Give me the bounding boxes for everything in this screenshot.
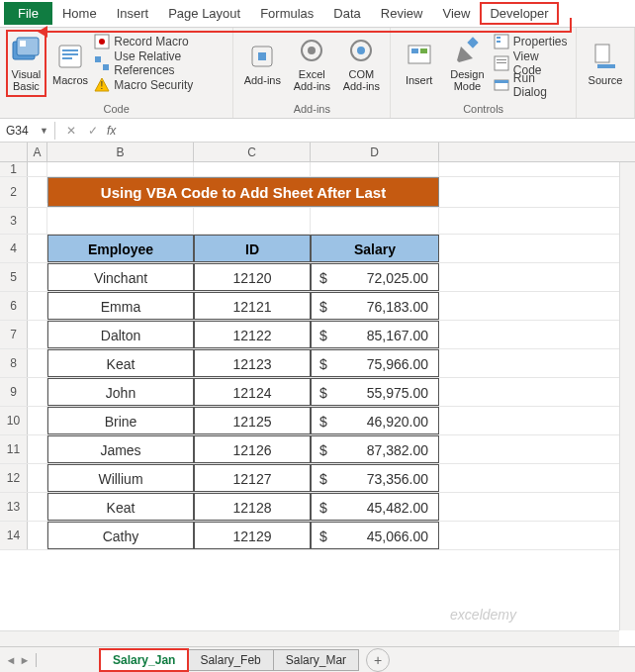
col-header-d[interactable]: D bbox=[311, 143, 439, 161]
cell-salary[interactable]: $46,920.00 bbox=[311, 407, 439, 434]
cell[interactable] bbox=[47, 208, 194, 234]
cell[interactable] bbox=[28, 407, 47, 432]
banner-cell[interactable]: Using VBA Code to Add Sheet After Last bbox=[47, 177, 439, 207]
cell-id[interactable]: 12124 bbox=[194, 378, 311, 406]
cell-salary[interactable]: $85,167.00 bbox=[311, 321, 439, 348]
cell[interactable] bbox=[28, 208, 47, 234]
tab-page-layout[interactable]: Page Layout bbox=[158, 2, 250, 25]
macro-security-button[interactable]: ! Macro Security bbox=[94, 75, 227, 95]
cell[interactable] bbox=[311, 208, 439, 234]
select-all-corner[interactable] bbox=[0, 143, 28, 161]
row-header[interactable]: 6 bbox=[0, 292, 28, 320]
cell[interactable] bbox=[28, 177, 47, 203]
cell-id[interactable]: 12127 bbox=[194, 464, 311, 492]
cell-id[interactable]: 12122 bbox=[194, 321, 311, 348]
cell-employee[interactable]: Emma bbox=[47, 292, 194, 320]
cell-employee[interactable]: Keat bbox=[47, 349, 194, 377]
tab-review[interactable]: Review bbox=[371, 2, 433, 25]
tab-formulas[interactable]: Formulas bbox=[250, 2, 323, 25]
cell-employee[interactable]: Cathy bbox=[47, 522, 194, 549]
cell[interactable] bbox=[28, 378, 47, 404]
cell[interactable] bbox=[28, 235, 47, 260]
sheet-tab-feb[interactable]: Salary_Feb bbox=[187, 649, 273, 671]
cell-salary[interactable]: $76,183.00 bbox=[311, 292, 439, 320]
fx-icon[interactable]: fx bbox=[107, 124, 116, 138]
row-header[interactable]: 11 bbox=[0, 435, 28, 463]
cell-employee[interactable]: Willium bbox=[47, 464, 194, 492]
cell-employee[interactable]: Dalton bbox=[47, 321, 194, 348]
com-addins-button[interactable]: COM Add-ins bbox=[338, 30, 384, 97]
cell[interactable] bbox=[28, 464, 47, 490]
tab-data[interactable]: Data bbox=[323, 2, 370, 25]
vertical-scrollbar[interactable] bbox=[619, 162, 635, 630]
cell-salary[interactable]: $45,482.00 bbox=[311, 493, 439, 521]
row-header[interactable]: 14 bbox=[0, 522, 28, 549]
excel-addins-button[interactable]: Excel Add-ins bbox=[289, 30, 334, 97]
cell-id[interactable]: 12129 bbox=[194, 522, 311, 549]
sheet-tab-mar[interactable]: Salary_Mar bbox=[273, 649, 359, 671]
cell[interactable] bbox=[28, 522, 47, 547]
cell-id[interactable]: 12128 bbox=[194, 493, 311, 521]
new-sheet-button[interactable]: + bbox=[366, 648, 390, 672]
tab-home[interactable]: Home bbox=[52, 2, 107, 25]
cell-salary[interactable]: $87,382.00 bbox=[311, 435, 439, 463]
cell-id[interactable]: 12125 bbox=[194, 407, 311, 434]
macros-button[interactable]: Macros bbox=[50, 30, 90, 97]
cell[interactable] bbox=[194, 162, 311, 176]
cell-employee[interactable]: Keat bbox=[47, 493, 194, 521]
cell-employee[interactable]: John bbox=[47, 378, 194, 406]
tab-file[interactable]: File bbox=[4, 2, 52, 25]
row-header[interactable]: 13 bbox=[0, 493, 28, 521]
sheet-tab-jan[interactable]: Salary_Jan bbox=[100, 649, 188, 671]
th-employee[interactable]: Employee bbox=[47, 235, 194, 262]
cell-salary[interactable]: $55,975.00 bbox=[311, 378, 439, 406]
row-header[interactable]: 1 bbox=[0, 162, 28, 176]
row-header[interactable]: 7 bbox=[0, 321, 28, 348]
cell[interactable] bbox=[28, 493, 47, 519]
cell[interactable] bbox=[47, 162, 194, 176]
cell[interactable] bbox=[28, 321, 47, 346]
visual-basic-button[interactable]: Visual Basic bbox=[6, 30, 46, 97]
cell-id[interactable]: 12123 bbox=[194, 349, 311, 377]
sheet-nav-next-icon[interactable]: ► bbox=[18, 654, 32, 666]
row-header[interactable]: 8 bbox=[0, 349, 28, 377]
tab-view[interactable]: View bbox=[432, 2, 480, 25]
run-dialog-button[interactable]: Run Dialog bbox=[494, 75, 570, 95]
cell[interactable] bbox=[194, 208, 311, 234]
tab-insert[interactable]: Insert bbox=[107, 2, 159, 25]
cell[interactable] bbox=[28, 349, 47, 375]
row-header[interactable]: 10 bbox=[0, 407, 28, 434]
row-header[interactable]: 2 bbox=[0, 177, 28, 207]
cell[interactable] bbox=[28, 435, 47, 461]
cell-salary[interactable]: $45,066.00 bbox=[311, 522, 439, 549]
cell[interactable] bbox=[28, 162, 47, 176]
cell-employee[interactable]: James bbox=[47, 435, 194, 463]
row-header[interactable]: 4 bbox=[0, 235, 28, 262]
row-header[interactable]: 9 bbox=[0, 378, 28, 406]
record-macro-button[interactable]: Record Macro bbox=[94, 32, 227, 51]
properties-button[interactable]: Properties bbox=[494, 32, 570, 51]
insert-control-button[interactable]: Insert bbox=[397, 30, 441, 97]
view-code-button[interactable]: View Code bbox=[494, 53, 570, 73]
cell-employee[interactable]: Brine bbox=[47, 407, 194, 434]
addins-button[interactable]: Add-ins bbox=[239, 30, 285, 97]
relative-refs-button[interactable]: Use Relative References bbox=[94, 53, 227, 73]
cancel-formula-icon[interactable]: ✕ bbox=[63, 124, 79, 138]
cell-employee[interactable]: Vinchant bbox=[47, 263, 194, 291]
cell-id[interactable]: 12120 bbox=[194, 263, 311, 291]
sheet-nav-prev-icon[interactable]: ◄ bbox=[4, 654, 18, 666]
cell-id[interactable]: 12126 bbox=[194, 435, 311, 463]
name-box[interactable]: G34 ▼ bbox=[0, 122, 55, 140]
enter-formula-icon[interactable]: ✓ bbox=[85, 124, 101, 138]
col-header-c[interactable]: C bbox=[194, 143, 311, 161]
th-salary[interactable]: Salary bbox=[311, 235, 439, 262]
row-header[interactable]: 5 bbox=[0, 263, 28, 291]
cell-salary[interactable]: $72,025.00 bbox=[311, 263, 439, 291]
source-button[interactable]: Source bbox=[583, 30, 628, 97]
horizontal-scrollbar[interactable] bbox=[0, 630, 619, 646]
cell[interactable] bbox=[311, 162, 439, 176]
cell-id[interactable]: 12121 bbox=[194, 292, 311, 320]
cell-salary[interactable]: $73,356.00 bbox=[311, 464, 439, 492]
th-id[interactable]: ID bbox=[194, 235, 311, 262]
design-mode-button[interactable]: Design Mode bbox=[445, 30, 490, 97]
